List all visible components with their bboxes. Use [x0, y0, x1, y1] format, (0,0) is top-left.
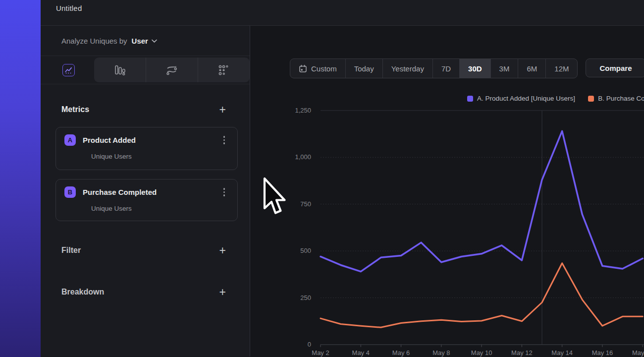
query-builder-sidebar: Analyze Uniques by User	[41, 26, 250, 357]
y-tick-label: 250	[300, 294, 311, 301]
filter-section-header: Filter +	[41, 246, 250, 255]
x-tick-label: May 8	[432, 349, 450, 357]
line-chart[interactable]: 02505007501,0001,250May 2May 4May 6May 8…	[250, 26, 644, 357]
x-tick-label: May 6	[392, 349, 410, 357]
metric-title-b: Purchase Completed	[83, 188, 222, 196]
metric-options-kebab-b[interactable]	[222, 186, 227, 198]
metric-card-b-top: B Purchase Completed	[64, 186, 226, 198]
dots-grid-icon	[217, 64, 230, 76]
y-tick-label: 750	[300, 200, 311, 208]
funnel-bars-icon	[113, 64, 126, 76]
metric-options-kebab-a[interactable]	[222, 134, 227, 146]
tab-funnels[interactable]	[94, 58, 146, 82]
desktop-gradient-background	[0, 0, 41, 357]
x-tick-label: May 2	[312, 349, 329, 357]
tab-strip	[94, 58, 250, 82]
x-tick-label: May 16	[592, 349, 613, 357]
analyze-entity-dropdown[interactable]: User	[132, 37, 157, 45]
tab-flows[interactable]	[146, 58, 198, 82]
add-metric-button[interactable]: +	[219, 106, 226, 114]
metric-title-a: Product Added	[83, 136, 222, 144]
analyze-row: Analyze Uniques by User	[41, 26, 250, 56]
chart-panel: Custom Today Yesterday 7D 30D 3M 6M 12M …	[250, 26, 644, 357]
chevron-down-icon	[152, 39, 157, 43]
screen: Untitled Analyze Uniques by User	[0, 0, 644, 357]
line-chart-icon	[65, 66, 72, 74]
content: Analyze Uniques by User	[41, 26, 644, 357]
analyze-entity-value: User	[132, 37, 148, 45]
report-title: Untitled	[56, 4, 82, 12]
metric-card-a[interactable]: A Product Added Unique Users	[55, 127, 238, 170]
y-tick-label: 500	[300, 247, 311, 254]
metrics-section-header: Metrics +	[41, 105, 250, 114]
x-tick-label: May 10	[471, 349, 492, 357]
breakdown-title: Breakdown	[61, 288, 104, 297]
flows-icon	[165, 64, 178, 76]
metric-badge-a: A	[64, 134, 76, 146]
metric-badge-b: B	[64, 186, 76, 198]
metric-card-a-top: A Product Added	[64, 134, 226, 146]
metric-card-b[interactable]: B Purchase Completed Unique Users	[55, 179, 238, 221]
tab-retention[interactable]	[198, 58, 250, 82]
metric-subtitle-a: Unique Users	[91, 153, 226, 160]
x-tick-label: May 14	[551, 349, 573, 357]
x-tick-label: May 18	[632, 349, 644, 357]
x-tick-label: May 12	[511, 349, 533, 357]
add-breakdown-button[interactable]: +	[219, 288, 226, 296]
analyze-uniques-label: Analyze Uniques by	[61, 37, 127, 45]
topbar: Untitled	[41, 0, 644, 26]
report-type-tabs	[41, 56, 250, 84]
y-tick-label: 1,000	[295, 153, 311, 161]
series-line-b[interactable]	[321, 263, 643, 328]
filter-title: Filter	[61, 246, 81, 255]
breakdown-section-header: Breakdown +	[41, 288, 250, 297]
tab-insights[interactable]	[62, 64, 75, 76]
metric-subtitle-b: Unique Users	[91, 205, 226, 212]
series-line-a[interactable]	[321, 131, 643, 271]
y-tick-label: 0	[308, 341, 311, 348]
metrics-title: Metrics	[61, 105, 89, 114]
x-tick-label: May 4	[352, 349, 370, 357]
analytics-app-window: Untitled Analyze Uniques by User	[41, 0, 644, 357]
add-filter-button[interactable]: +	[219, 246, 226, 254]
y-tick-label: 1,250	[295, 107, 311, 114]
